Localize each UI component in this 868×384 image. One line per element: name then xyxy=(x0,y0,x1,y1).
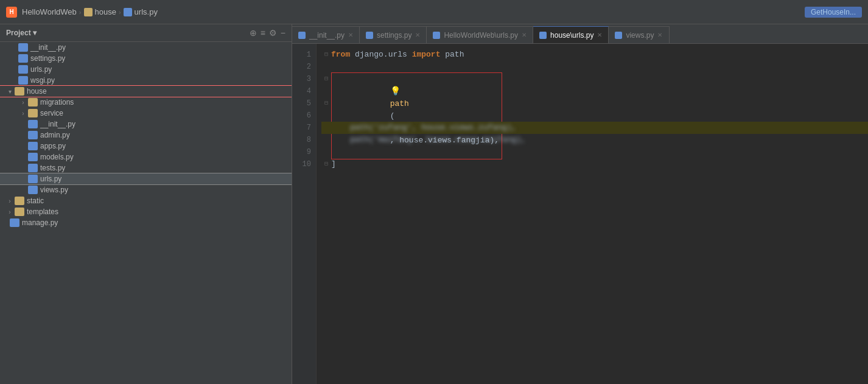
code-line-8: path('maifang', house.views.maifang), xyxy=(321,134,868,146)
breadcrumb-project: HelloWorldWeb xyxy=(22,7,77,16)
sidebar-item-label: urls.py xyxy=(40,175,61,183)
line-num-1: 1 xyxy=(292,49,316,61)
py-icon xyxy=(28,131,38,139)
tab-label: __init__.py xyxy=(309,31,345,40)
sidebar-item-label: admin.py xyxy=(40,131,70,139)
sidebar-title: Project ▾ xyxy=(6,29,245,37)
sidebar-item-admin[interactable]: admin.py xyxy=(0,130,292,141)
sidebar-item-label: manage.py xyxy=(22,218,58,227)
code-editor[interactable]: 1 2 3 4 5 6 7 8 9 10 ⊟ from django.urls … xyxy=(292,44,868,384)
sidebar-item-label: static xyxy=(27,197,44,205)
tab-close-icon[interactable]: ✕ xyxy=(657,32,662,38)
line-numbers: 1 2 3 4 5 6 7 8 9 10 xyxy=(292,44,317,384)
sidebar-item-views[interactable]: views.py xyxy=(0,184,292,195)
tab-hw-urls[interactable]: HelloWorldWeb\urls.py ✕ xyxy=(427,26,533,43)
sidebar-item-label: templates xyxy=(27,208,58,216)
sidebar-actions: ⊕ ≡ ⚙ − xyxy=(250,28,285,38)
sidebar-item-service[interactable]: › service xyxy=(0,108,292,119)
sidebar-item-settings[interactable]: settings.py xyxy=(0,53,292,64)
fold-icon: ⊟ xyxy=(321,49,331,61)
sidebar-item-static[interactable]: › static xyxy=(0,195,292,206)
code-line-10: ⊟ ] xyxy=(321,158,868,170)
expand-arrow-icon: › xyxy=(5,198,15,204)
sidebar: Project ▾ ⊕ ≡ ⚙ − __init__.py settings.p… xyxy=(0,24,292,384)
sidebar-item-models[interactable]: models.py xyxy=(0,152,292,162)
folder-icon xyxy=(28,98,38,106)
line-num-7: 7 xyxy=(292,122,316,134)
sidebar-item-wsgi[interactable]: wsgi.py xyxy=(0,75,292,86)
breadcrumb-folder-name: house xyxy=(95,7,116,16)
sidebar-add-button[interactable]: ⊕ xyxy=(250,28,257,38)
tab-views[interactable]: views.py ✕ xyxy=(609,26,670,43)
py-icon xyxy=(18,43,28,52)
py-icon xyxy=(18,54,28,63)
sidebar-item-label: apps.py xyxy=(40,142,66,150)
sidebar-settings-button[interactable]: ⚙ xyxy=(269,28,277,38)
sidebar-item-templates[interactable]: › templates xyxy=(0,206,292,217)
sidebar-item-label: settings.py xyxy=(30,54,65,63)
breadcrumb-sep2: › xyxy=(119,9,121,16)
expand-arrow-icon: › xyxy=(18,110,28,117)
sidebar-item-tests[interactable]: tests.py xyxy=(0,162,292,173)
expand-arrow-icon: › xyxy=(18,99,28,106)
sidebar-item-manage[interactable]: manage.py xyxy=(0,217,292,228)
sidebar-minimize-button[interactable]: − xyxy=(281,28,285,38)
py-icon xyxy=(18,65,28,74)
py-icon xyxy=(28,142,38,150)
tab-label: HelloWorldWeb\urls.py xyxy=(444,31,518,40)
tab-close-icon[interactable]: ✕ xyxy=(522,32,527,38)
line-num-4: 4 xyxy=(292,85,316,97)
sidebar-item-label: __init__.py xyxy=(30,43,66,52)
expand-arrow-icon: › xyxy=(5,209,15,215)
fold-icon: ⊟ xyxy=(321,158,331,170)
breadcrumb-sep1: › xyxy=(79,9,82,16)
line-num-6: 6 xyxy=(292,110,316,122)
sidebar-item-label: service xyxy=(40,109,63,117)
py-icon xyxy=(28,164,38,172)
tab-py-icon xyxy=(298,32,306,39)
sidebar-item-label: migrations xyxy=(40,98,74,106)
sidebar-item-house[interactable]: ▾ house xyxy=(0,86,292,97)
run-config[interactable]: GetHouseIn... xyxy=(805,7,862,18)
sidebar-item-migrations[interactable]: › migrations xyxy=(0,97,292,108)
breadcrumb-file: urls.py xyxy=(124,7,158,16)
folder-icon xyxy=(28,109,38,117)
line-num-9: 9 xyxy=(292,146,316,158)
sidebar-item-label: models.py xyxy=(40,153,74,161)
sidebar-item-apps[interactable]: apps.py xyxy=(0,141,292,152)
line-num-10: 10 xyxy=(292,158,316,170)
code-line-2 xyxy=(321,61,868,73)
sidebar-item-init-house[interactable]: __init__.py xyxy=(0,119,292,130)
folder-open-icon xyxy=(15,87,24,96)
tab-label: views.py xyxy=(626,31,654,40)
py-icon xyxy=(28,175,38,183)
line-num-8: 8 xyxy=(292,134,316,146)
sidebar-item-init-top[interactable]: __init__.py xyxy=(0,42,292,53)
tab-close-icon[interactable]: ✕ xyxy=(348,32,353,38)
sidebar-collapse-button[interactable]: ≡ xyxy=(261,28,265,38)
project-name: HelloWorldWeb xyxy=(22,7,77,16)
sidebar-item-urls-house[interactable]: urls.py xyxy=(0,173,292,184)
tab-label: house\urls.py xyxy=(550,31,593,40)
folder-icon xyxy=(84,8,93,16)
tab-close-icon[interactable]: ✕ xyxy=(597,32,602,38)
py-icon xyxy=(10,218,19,227)
bulb-icon: 💡 xyxy=(390,86,401,96)
tab-settings[interactable]: settings.py ✕ xyxy=(360,26,427,43)
sidebar-item-urls-top[interactable]: urls.py xyxy=(0,64,292,75)
tab-py-icon xyxy=(539,32,547,39)
fold-icon: ⊟ xyxy=(321,73,331,85)
folder-icon xyxy=(15,197,24,205)
sidebar-item-label: house xyxy=(27,87,47,96)
tab-init[interactable]: __init__.py ✕ xyxy=(292,26,360,43)
code-content[interactable]: ⊟ from django.urls import path ⊟ import … xyxy=(317,44,868,384)
tab-close-icon[interactable]: ✕ xyxy=(415,32,420,38)
editor-area: __init__.py ✕ settings.py ✕ HelloWorldWe… xyxy=(292,24,868,384)
line-num-3: 3 xyxy=(292,73,316,85)
expand-arrow-icon: ▾ xyxy=(5,88,15,95)
sidebar-item-label: urls.py xyxy=(30,65,52,74)
py-icon xyxy=(28,153,38,161)
tab-house-urls[interactable]: house\urls.py ✕ xyxy=(533,26,609,43)
titlebar-right: GetHouseIn... xyxy=(805,7,862,18)
line-num-5: 5 xyxy=(292,97,316,110)
